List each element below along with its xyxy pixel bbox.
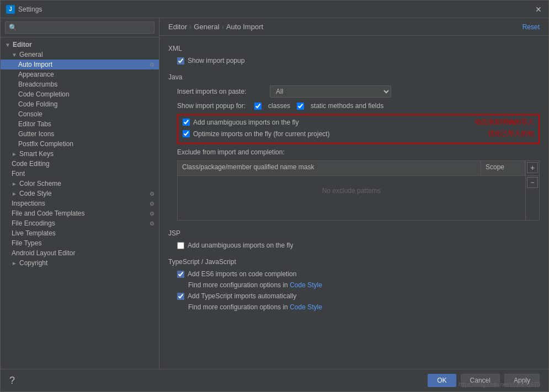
table-data: No exclude patterns — [178, 176, 525, 220]
ok-button[interactable]: OK — [428, 374, 456, 387]
help-button[interactable]: ? — [9, 375, 15, 386]
sidebar-item-file-encodings[interactable]: File Encodings ⚙ — [1, 218, 159, 228]
add-pattern-button[interactable]: + — [527, 162, 538, 173]
add-es6-row: Add ES6 imports on code completion — [177, 270, 540, 278]
java-section-content: Insert imports on paste: All Ask None Sh… — [177, 85, 540, 221]
breadcrumb-path: Editor › General › Auto Import — [168, 23, 263, 31]
sidebar-item-copyright[interactable]: ► Copyright — [1, 258, 159, 268]
sidebar-item-breadcrumbs[interactable]: Breadcrumbs — [1, 79, 159, 89]
find-more-2-row: Find more configuration options in Code … — [188, 303, 540, 311]
java-section: Java Insert imports on paste: All Ask No… — [168, 73, 540, 221]
sidebar-item-live-templates[interactable]: Live Templates — [1, 228, 159, 238]
sidebar-item-label: Code Style — [19, 190, 52, 197]
sidebar-item-label: Smart Keys — [19, 150, 54, 158]
sidebar-item-label: File Types — [12, 239, 41, 247]
settings-dialog: J Settings ✕ ▼ Editor ▼ General Au — [0, 0, 549, 392]
sidebar-item-editor[interactable]: ▼ Editor — [1, 40, 159, 50]
xml-section: XML Show import popup — [168, 45, 540, 65]
sidebar-item-console[interactable]: Console — [1, 109, 159, 119]
static-checkbox[interactable] — [297, 103, 304, 110]
sidebar-item-auto-import[interactable]: Auto Import ⚙ — [1, 60, 159, 69]
add-es6-checkbox[interactable] — [177, 271, 184, 278]
arrow-icon: ▼ — [5, 42, 10, 48]
find-more-label-2: Find more configuration options in — [188, 303, 288, 311]
sidebar-item-label: Android Layout Editor — [12, 249, 75, 257]
window-title: Settings — [18, 6, 42, 13]
table-header-row: Class/package/member qualified name mask… — [178, 161, 539, 176]
sidebar-item-label: Editor Tabs — [18, 120, 51, 128]
sidebar-item-postfix-completion[interactable]: Postfix Completion — [1, 139, 159, 149]
sidebar-item-label: Code Folding — [18, 100, 57, 108]
table-body: No exclude patterns − — [178, 176, 539, 220]
sidebar-item-code-folding[interactable]: Code Folding — [1, 99, 159, 109]
sidebar-item-file-code-templates[interactable]: File and Code Templates ⚙ — [1, 208, 159, 218]
breadcrumb-auto-import: Auto Import — [226, 23, 263, 31]
typescript-section-title: TypeScript / JavaScript — [168, 258, 540, 266]
sidebar-item-code-completion[interactable]: Code Completion — [1, 89, 159, 99]
sidebar-item-inspections[interactable]: Inspections ⚙ — [1, 198, 159, 208]
search-input[interactable] — [5, 22, 154, 34]
classes-label: classes — [268, 102, 290, 110]
optimize-imports-checkbox[interactable] — [183, 130, 190, 137]
app-icon: J — [6, 5, 15, 14]
arrow-icon: ► — [12, 260, 17, 266]
breadcrumb: Editor › General › Auto Import Reset — [159, 18, 548, 36]
sidebar-item-label: Gutter Icons — [18, 130, 54, 138]
settings-icon: ⚙ — [150, 221, 154, 227]
sidebar-item-label: Console — [18, 110, 42, 118]
close-button[interactable]: ✕ — [534, 5, 543, 14]
no-data-label: No exclude patterns — [178, 176, 525, 206]
add-typescript-row: Add TypeScript imports automatically — [177, 292, 540, 300]
show-import-popup-checkbox[interactable] — [177, 57, 184, 65]
add-es6-label: Add ES6 imports on code completion — [188, 270, 296, 278]
sidebar-item-label: File Encodings — [12, 219, 55, 227]
optimize-imports-label: Optimize imports on the fly (for current… — [193, 130, 329, 138]
classes-checkbox[interactable] — [254, 103, 262, 110]
settings-icon: ⚙ — [150, 211, 154, 217]
breadcrumb-general: General — [194, 23, 219, 31]
jsp-section-title: JSP — [168, 229, 540, 237]
jsp-section: JSP Add unambiguous imports on the fly — [168, 229, 540, 249]
jsp-add-unambiguous-checkbox[interactable] — [177, 242, 184, 249]
insert-imports-select[interactable]: All Ask None — [270, 85, 391, 98]
sidebar-item-smart-keys[interactable]: ► Smart Keys — [1, 149, 159, 159]
reset-button[interactable]: Reset — [523, 23, 540, 31]
code-style-link-2[interactable]: Code Style — [290, 303, 322, 311]
jsp-add-unambiguous-label: Add unambiguous imports on the fly — [188, 241, 293, 249]
sidebar-item-gutter-icons[interactable]: Gutter Icons — [1, 129, 159, 139]
add-typescript-label: Add TypeScript imports automatically — [188, 292, 296, 300]
exclude-section: Exclude from import and completion: Clas… — [177, 148, 540, 221]
sidebar-item-code-editing[interactable]: Code Editing — [1, 159, 159, 169]
show-import-popup-for-row: Show import popup for: classes static me… — [177, 102, 540, 110]
exclude-title: Exclude from import and completion: — [177, 148, 540, 156]
dialog-body: ▼ Editor ▼ General Auto Import ⚙ Appeara… — [1, 18, 548, 369]
sidebar-item-font[interactable]: Font — [1, 169, 159, 179]
show-import-popup-label: Show import popup for: — [177, 102, 246, 110]
sidebar-item-android-layout-editor[interactable]: Android Layout Editor — [1, 248, 159, 258]
table-col1-header: Class/package/member qualified name mask — [178, 161, 481, 175]
title-bar-left: J Settings — [6, 5, 42, 14]
static-label: static methods and fields — [311, 102, 383, 110]
scroll-content: XML Show import popup Java Insert import… — [159, 36, 548, 369]
sidebar-item-file-types[interactable]: File Types — [1, 238, 159, 248]
search-box — [1, 18, 159, 37]
table-header: Class/package/member qualified name mask… — [178, 161, 525, 176]
jsp-add-unambiguous-row: Add unambiguous imports on the fly — [177, 241, 540, 249]
sidebar-item-general[interactable]: ▼ General — [1, 50, 159, 60]
code-style-link-1[interactable]: Code Style — [290, 281, 322, 289]
sidebar-item-label: Inspections — [12, 200, 45, 207]
arrow-icon: ▼ — [12, 52, 17, 58]
table-actions: + — [525, 161, 539, 176]
sidebar-item-editor-tabs[interactable]: Editor Tabs — [1, 119, 159, 129]
settings-icon: ⚙ — [150, 191, 154, 197]
remove-pattern-button[interactable]: − — [527, 177, 538, 188]
sidebar-item-label: Code Editing — [12, 160, 50, 168]
add-unambiguous-checkbox[interactable] — [183, 119, 190, 126]
sidebar-item-label: Live Templates — [12, 229, 56, 237]
sidebar-item-appearance[interactable]: Appearance — [1, 69, 159, 79]
sidebar-item-label: Color Scheme — [19, 180, 61, 187]
sidebar-item-code-style[interactable]: ► Code Style ⚙ — [1, 189, 159, 198]
add-typescript-checkbox[interactable] — [177, 293, 184, 300]
sidebar-item-label: Editor — [13, 41, 32, 49]
sidebar-item-color-scheme[interactable]: ► Color Scheme — [1, 179, 159, 189]
